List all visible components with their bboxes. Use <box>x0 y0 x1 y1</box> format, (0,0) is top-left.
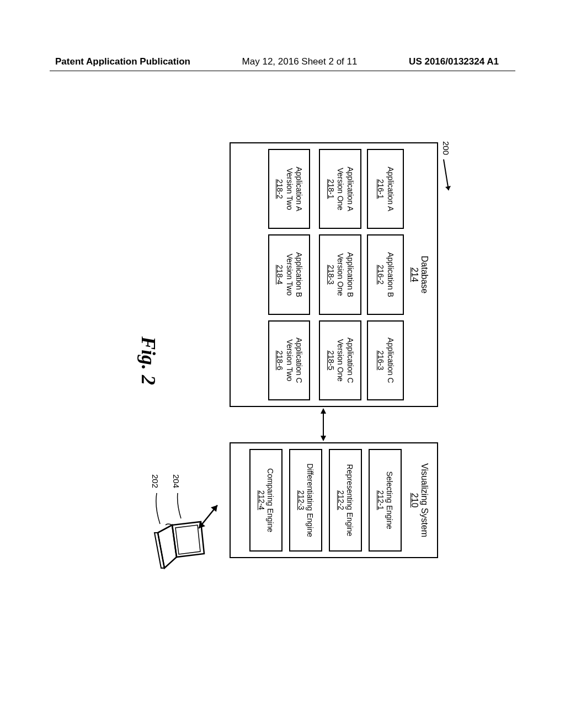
engine-3-name: Comparing Engine <box>266 453 275 547</box>
app-b-v2-l1: Application B <box>294 239 304 310</box>
app-b-v2-l2: Version Two <box>285 239 295 310</box>
system-title-text: Visualizing System <box>419 449 429 552</box>
laptop-area: 204 202 <box>138 441 221 574</box>
application-c: Application C 216-3 <box>367 320 404 400</box>
database-grid: Application A 216-1 Application A Versio… <box>268 149 404 400</box>
application-a-v2: Application A Version Two 218-2 <box>268 149 311 229</box>
database-box: Database 214 Application A 216-1 Applica… <box>230 142 438 407</box>
engine-3-ref: 212-4 <box>257 453 266 547</box>
label-202: 202 <box>151 474 160 488</box>
application-a-v1: Application A Version One 218-1 <box>319 149 362 229</box>
app-a-v1-ref: 218-1 <box>326 153 336 224</box>
app-b-v1-l2: Version One <box>335 239 345 310</box>
app-a-v2-l2: Version Two <box>285 153 295 224</box>
app-c-v1-ref: 218-5 <box>326 325 336 396</box>
lead-line-204 <box>175 493 182 521</box>
database-col-a: Application A 216-1 Application A Versio… <box>268 149 404 229</box>
figure-ref-label: 200 <box>442 141 451 155</box>
application-c-v2: Application C Version Two 218-6 <box>268 320 311 400</box>
svg-marker-6 <box>211 505 217 512</box>
engine-0-name: Selecting Engine <box>385 453 394 547</box>
engine-0-ref: 212-1 <box>376 453 385 547</box>
application-b: Application B 216-2 <box>367 234 404 314</box>
leader-arrow-icon <box>441 158 451 197</box>
visualizing-system-box: Visualizing System 210 Selecting Engine … <box>230 442 438 558</box>
app-b-v2-ref: 218-4 <box>275 239 285 310</box>
lead-line-202 <box>153 493 161 526</box>
app-b-name: Application B <box>386 239 396 310</box>
database-col-c: Application C 216-3 Application C Versio… <box>268 320 404 400</box>
header-divider <box>50 71 515 71</box>
database-ref: 214 <box>409 149 419 400</box>
database-title-text: Database <box>419 149 429 400</box>
application-c-v1: Application C Version One 218-5 <box>319 320 362 400</box>
figure-ref-200: 200 <box>441 141 451 197</box>
application-b-v1: Application B Version One 218-3 <box>319 234 362 314</box>
app-c-v1-l1: Application C <box>345 325 355 396</box>
app-c-ref: 216-3 <box>376 325 386 396</box>
selecting-engine: Selecting Engine 212-1 <box>369 449 402 552</box>
figure-label: Fig. 2 <box>137 336 160 385</box>
label-204: 204 <box>172 474 181 488</box>
database-col-b: Application B 216-2 Application B Versio… <box>268 234 404 314</box>
app-c-v2-l2: Version Two <box>285 325 295 396</box>
system-title: Visualizing System 210 <box>409 449 429 552</box>
app-b-v1-ref: 218-3 <box>326 239 336 310</box>
app-a-v1-l1: Application A <box>345 153 355 224</box>
app-c-v1-l2: Version One <box>335 325 345 396</box>
app-b-ref: 216-2 <box>376 239 386 310</box>
app-a-ref: 216-1 <box>376 153 386 224</box>
app-a-v1-l2: Version One <box>335 153 345 224</box>
header-patent-number: US 2016/0132324 A1 <box>409 56 499 67</box>
figure-2-diagram: 200 Database 214 Application A 216-1 App… <box>99 138 458 590</box>
app-a-v2-ref: 218-2 <box>275 153 285 224</box>
svg-marker-3 <box>321 408 326 414</box>
app-c-v2-l1: Application C <box>294 325 304 396</box>
header-sheet: May 12, 2016 Sheet 2 of 11 <box>242 56 358 67</box>
svg-marker-4 <box>321 436 326 441</box>
app-c-v2-ref: 218-6 <box>275 325 285 396</box>
connector-double-arrow-icon <box>319 408 328 441</box>
app-a-name: Application A <box>386 153 396 224</box>
app-a-v2-l1: Application A <box>294 153 304 224</box>
svg-line-0 <box>444 159 449 190</box>
engine-1-name: Representing Engine <box>345 453 354 547</box>
svg-marker-1 <box>445 186 451 190</box>
page-header: Patent Application Publication May 12, 2… <box>0 56 565 67</box>
engine-2-ref: 212-3 <box>297 453 306 547</box>
engine-2-name: Differentiating Engine <box>306 453 315 547</box>
app-b-v1-l1: Application B <box>345 239 355 310</box>
system-ref: 210 <box>409 449 419 552</box>
application-b-v2: Application B Version Two 218-4 <box>268 234 311 314</box>
differentiating-engine: Differentiating Engine 212-3 <box>289 449 322 552</box>
header-publication: Patent Application Publication <box>55 56 190 67</box>
engine-1-ref: 212-2 <box>337 453 345 547</box>
database-title: Database 214 <box>409 149 429 400</box>
application-a: Application A 216-1 <box>367 149 404 229</box>
app-c-name: Application C <box>386 325 396 396</box>
comparing-engine: Comparing Engine 212-4 <box>249 449 282 552</box>
representing-engine: Representing Engine 212-2 <box>329 449 362 552</box>
